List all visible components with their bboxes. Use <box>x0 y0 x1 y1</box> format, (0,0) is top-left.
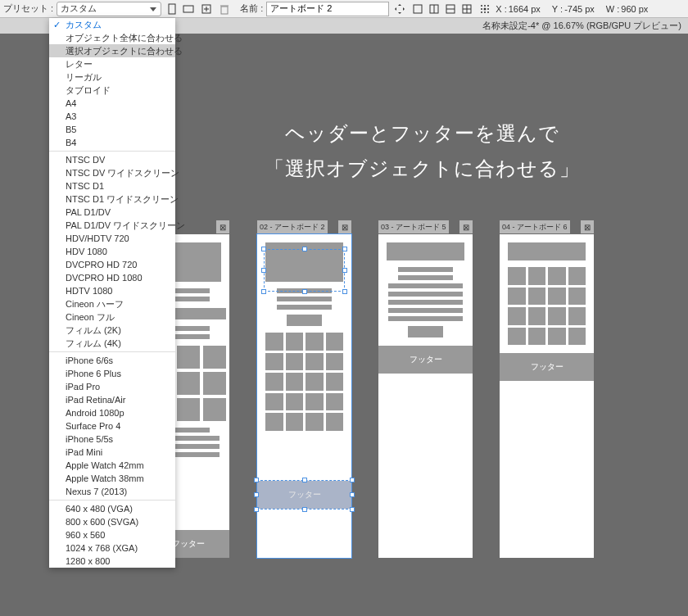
document-title-text: 名称未設定-4* @ 16.67% (RGB/GPU プレビュー) <box>482 20 681 32</box>
preset-option[interactable]: B4 <box>49 136 175 149</box>
svg-rect-0 <box>169 4 175 14</box>
svg-rect-5 <box>221 7 228 14</box>
selection-handle[interactable] <box>342 289 347 294</box>
grid-icon-1[interactable] <box>410 2 425 16</box>
preset-option[interactable]: フィルム (2K) <box>49 324 175 337</box>
hero-block-selected[interactable] <box>265 242 343 282</box>
svg-point-23 <box>487 11 489 13</box>
preset-option[interactable]: PAL D1/DV <box>49 206 175 219</box>
hero-block <box>508 242 586 260</box>
delete-artboard-icon[interactable] <box>217 2 232 16</box>
artboard-4-footer: フッター <box>500 353 594 381</box>
preset-option[interactable]: カスタム <box>49 18 175 31</box>
name-label: 名前 : <box>240 2 263 15</box>
preset-option[interactable]: iPhone 6 Plus <box>49 367 175 380</box>
dropdown-separator <box>49 151 175 152</box>
preset-option[interactable]: iPhone 6/6s <box>49 354 175 367</box>
preset-option[interactable]: NTSC D1 <box>49 179 175 192</box>
grid-icon-4[interactable] <box>459 2 474 16</box>
svg-point-21 <box>481 11 482 13</box>
hero-block <box>387 242 464 260</box>
preset-option[interactable]: A3 <box>49 110 175 123</box>
y-label: Y : <box>552 4 563 14</box>
preset-option[interactable]: フィルム (4K) <box>49 337 175 350</box>
w-value[interactable]: 960 px <box>621 4 648 14</box>
preset-option[interactable]: iPad Pro <box>49 380 175 393</box>
preset-option[interactable]: Apple Watch 42mm <box>49 459 175 472</box>
grid-icon-3[interactable] <box>443 2 458 16</box>
artboard-3[interactable]: 03 - アートボード 5 ⊠ フッター <box>378 234 473 558</box>
preset-option[interactable]: B5 <box>49 123 175 136</box>
move-with-artboard-icon[interactable] <box>392 2 407 16</box>
preset-option[interactable]: HDTV 1080 <box>49 284 175 297</box>
preset-option[interactable]: DVCPRO HD 1080 <box>49 271 175 284</box>
artboard-3-close-icon[interactable]: ⊠ <box>459 220 473 233</box>
preset-dropdown[interactable]: カスタム <box>57 2 161 16</box>
preset-option[interactable]: 選択オブジェクトに合わせる <box>49 44 175 57</box>
preset-option[interactable]: NTSC DV <box>49 153 175 166</box>
preset-option[interactable]: リーガル <box>49 70 175 84</box>
preset-option[interactable]: Android 1080p <box>49 406 175 419</box>
svg-point-19 <box>484 7 487 10</box>
artboard-3-footer: フッター <box>378 346 473 374</box>
orientation-icons <box>165 2 196 16</box>
grid-4 <box>265 333 343 431</box>
svg-point-18 <box>481 8 482 10</box>
preset-option[interactable]: PAL D1/DV ワイドスクリーン <box>49 219 175 232</box>
preset-option[interactable]: HDV 1080 <box>49 245 175 258</box>
grid-4 <box>508 267 586 345</box>
y-value[interactable]: -745 px <box>564 4 595 14</box>
artboard-2-close-icon[interactable]: ⊠ <box>338 220 351 233</box>
artboard-2-footer[interactable]: フッター <box>257 481 351 509</box>
preset-option[interactable]: iPhone 5/5s <box>49 433 175 446</box>
svg-rect-7 <box>414 5 422 13</box>
artboard-name-input[interactable] <box>266 2 389 16</box>
x-label: X : <box>496 4 506 14</box>
new-artboard-icon[interactable] <box>199 2 214 16</box>
ref-point-icons <box>410 2 474 16</box>
preset-option[interactable]: Cineon ハーフ <box>49 297 175 310</box>
preset-option[interactable]: 640 x 480 (VGA) <box>49 502 175 515</box>
preset-option[interactable]: iPad Mini <box>49 446 175 459</box>
help-line1: ヘッダーとフッターを選んで <box>172 116 672 151</box>
x-value[interactable]: 1664 px <box>509 4 541 14</box>
artboard-2[interactable]: 02 - アートボード 2 ⊠ フッター <box>257 234 351 558</box>
artboard-4-close-icon[interactable]: ⊠ <box>581 220 594 233</box>
preset-option[interactable]: A4 <box>49 97 175 110</box>
artboard-1-close-icon[interactable]: ⊠ <box>216 220 229 233</box>
preset-dropdown-menu[interactable]: カスタムオブジェクト全体に合わせる選択オブジェクトに合わせるレターリーガルタブロ… <box>49 18 175 568</box>
preset-option[interactable]: NTSC D1 ワイドスクリーン <box>49 192 175 206</box>
artboard-4-label[interactable]: 04 - アートボード 6 <box>500 220 570 233</box>
preset-option[interactable]: 800 x 600 (SVGA) <box>49 515 175 528</box>
artboard-2-label[interactable]: 02 - アートボード 2 <box>257 220 328 233</box>
preset-option[interactable]: オブジェクト全体に合わせる <box>49 31 175 44</box>
preset-option[interactable]: NTSC DV ワイドスクリーン <box>49 166 175 179</box>
preset-option[interactable]: HDV/HDTV 720 <box>49 232 175 245</box>
preset-option[interactable]: 1024 x 768 (XGA) <box>49 541 175 555</box>
preset-option[interactable]: Nexus 7 (2013) <box>49 485 175 498</box>
svg-point-16 <box>484 5 486 7</box>
preset-option[interactable]: Cineon フル <box>49 310 175 324</box>
artboard-4[interactable]: 04 - アートボード 6 ⊠ フッター <box>500 234 594 558</box>
grid-icon-2[interactable] <box>427 2 441 16</box>
dropdown-separator <box>49 351 175 352</box>
portrait-icon[interactable] <box>165 2 179 16</box>
preset-option[interactable]: DVCPRO HD 720 <box>49 258 175 271</box>
preset-option[interactable]: 960 x 560 <box>49 528 175 541</box>
preset-option[interactable]: タブロイド <box>49 84 175 97</box>
artboard-3-label[interactable]: 03 - アートボード 5 <box>378 220 449 233</box>
landscape-icon[interactable] <box>181 2 196 16</box>
svg-point-17 <box>487 5 489 7</box>
ref-point-selector[interactable] <box>478 2 492 16</box>
preset-option[interactable]: レター <box>49 57 175 70</box>
selection-handle[interactable] <box>261 289 266 294</box>
preset-label: プリセット : <box>3 2 53 15</box>
svg-point-20 <box>487 8 489 10</box>
dropdown-separator <box>49 500 175 500</box>
preset-value: カスタム <box>61 2 97 15</box>
preset-option[interactable]: Apple Watch 38mm <box>49 472 175 485</box>
preset-option[interactable]: 1280 x 800 <box>49 555 175 568</box>
preset-option[interactable]: iPad Retina/Air <box>49 393 175 406</box>
preset-option[interactable]: Surface Pro 4 <box>49 419 175 433</box>
svg-point-22 <box>484 11 486 13</box>
